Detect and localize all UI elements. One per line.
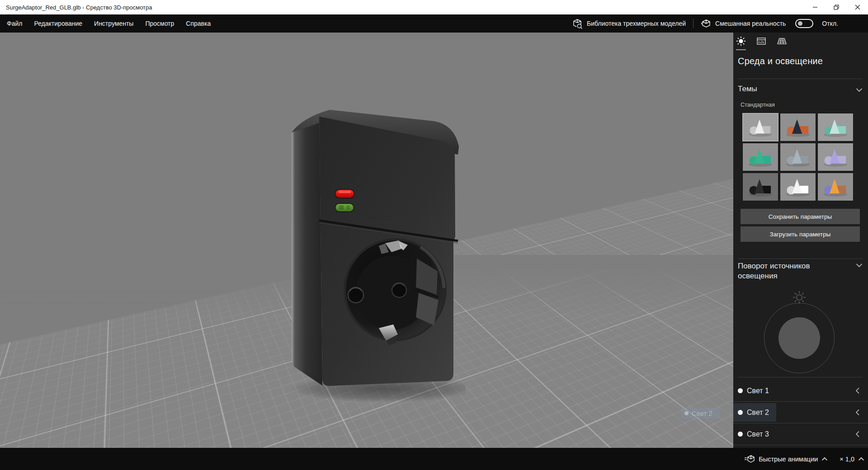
- theme-preview-icon: [743, 143, 778, 171]
- window-controls: [804, 0, 868, 14]
- mixed-reality-label: Смешанная реальность: [715, 20, 786, 27]
- themes-label: Темы: [738, 84, 757, 94]
- led-red: [335, 190, 354, 198]
- theme-preview-icon: [780, 173, 816, 201]
- led-green: [335, 204, 354, 212]
- chevron-up-icon: [821, 457, 828, 461]
- model-library-label: Библиотека трехмерных моделей: [587, 20, 686, 27]
- lights-list: Свет 1Свет 2Свет 3: [733, 380, 868, 445]
- theme-preview-icon: [743, 114, 778, 141]
- theme-tile-white[interactable]: [780, 173, 816, 201]
- menu-item-1[interactable]: Файл: [1, 14, 28, 33]
- chevron-down-icon: [856, 88, 863, 92]
- light-bullet-icon: [738, 432, 743, 437]
- chevron-left-icon[interactable]: [855, 431, 860, 437]
- light-label: Свет 3: [747, 430, 769, 438]
- theme-preview-icon: [818, 173, 853, 201]
- menu-item-3[interactable]: Инструменты: [88, 14, 139, 33]
- separator: [738, 79, 863, 79]
- theme-preview-icon: [743, 173, 778, 201]
- light-bullet-icon: [738, 388, 743, 393]
- menu-bar: ФайлРедактированиеИнструментыПросмотрСпр…: [0, 14, 868, 33]
- grid-floor-icon: [777, 36, 787, 46]
- light-label: Свет 2: [747, 409, 769, 417]
- animation-cube-icon: [744, 455, 755, 464]
- model-surge-adaptor: [285, 105, 466, 403]
- themes-group-label: Стандартная: [741, 102, 775, 108]
- theme-tile-standard[interactable]: [742, 113, 778, 141]
- theme-tile-green[interactable]: [742, 143, 778, 171]
- cube-library-icon: [572, 19, 583, 29]
- themes-section-header[interactable]: Темы: [738, 84, 863, 94]
- menu-item-4[interactable]: Просмотр: [139, 14, 180, 33]
- animation-speed-control[interactable]: × 1,0: [840, 456, 864, 463]
- model-library-button[interactable]: Библиотека трехмерных моделей: [572, 19, 686, 29]
- light-rotation-header[interactable]: Поворот источников освещения: [738, 261, 863, 281]
- quick-animations-label: Быстрые анимации: [759, 456, 818, 463]
- title-bar: SurgeAdaptor_Red_GLB.glb - Средство 3D-п…: [0, 0, 868, 14]
- close-button[interactable]: [847, 0, 868, 14]
- theme-tile-orange-navy[interactable]: [780, 113, 816, 141]
- ghost-label: Свет 2: [692, 409, 712, 417]
- mixed-reality-control: Смешанная реальность Откл.: [701, 19, 838, 29]
- separator: [738, 377, 863, 377]
- quick-animations-control[interactable]: Быстрые анимации: [744, 455, 828, 464]
- load-settings-button[interactable]: Загрузить параметры: [741, 226, 860, 242]
- chevron-down-icon: [856, 263, 863, 268]
- menu-item-2[interactable]: Редактирование: [28, 14, 88, 33]
- sun-icon: [736, 36, 746, 46]
- minimize-button[interactable]: [804, 0, 826, 14]
- light-bullet-icon: [738, 410, 743, 415]
- theme-tile-gray-blue[interactable]: [780, 143, 816, 171]
- menu-right: Библиотека трехмерных моделей Смешанная …: [572, 19, 868, 29]
- restore-button[interactable]: [826, 0, 847, 14]
- bottom-bar: Быстрые анимации × 1,0: [0, 448, 868, 470]
- light-label: Свет 1: [747, 387, 769, 395]
- light-rotation-label: Поворот источников освещения: [738, 261, 824, 281]
- toggle-knob: [798, 21, 802, 26]
- ghost-bullet-icon: [684, 411, 689, 415]
- light-item-2[interactable]: Свет 2: [733, 402, 868, 423]
- theme-preview-icon: [818, 143, 853, 171]
- menu-items: ФайлРедактированиеИнструментыПросмотрСпр…: [0, 14, 217, 33]
- mixed-reality-icon: [701, 19, 711, 29]
- tab-underline: [736, 49, 746, 50]
- mixed-reality-state: Откл.: [822, 20, 838, 27]
- theme-tile-black[interactable]: [742, 173, 778, 201]
- panel-title: Среда и освещение: [738, 56, 823, 66]
- theme-tile-mint[interactable]: [817, 113, 854, 141]
- tab-environment-lighting[interactable]: [736, 36, 746, 52]
- save-settings-button[interactable]: Сохранить параметры: [741, 209, 860, 224]
- light-item-3[interactable]: Свет 3: [733, 423, 868, 445]
- animation-speed-value: × 1,0: [840, 456, 854, 463]
- theme-tile-lavender[interactable]: [817, 143, 854, 171]
- theme-preview-icon: [780, 113, 816, 141]
- chevron-left-icon[interactable]: [855, 409, 860, 416]
- light-item-1[interactable]: Свет 1: [733, 380, 868, 402]
- tab-grid[interactable]: [777, 36, 787, 52]
- menu-item-5[interactable]: Справка: [180, 14, 217, 33]
- theme-tile-multicolor[interactable]: [817, 173, 854, 201]
- window-title: SurgeAdaptor_Red_GLB.glb - Средство 3D-п…: [0, 4, 804, 11]
- close-icon: [855, 5, 860, 10]
- separator: [738, 258, 863, 259]
- theme-preview-icon: [780, 143, 816, 171]
- theme-grid: [742, 113, 854, 201]
- panel-tabs: [736, 36, 787, 52]
- tab-stats[interactable]: [756, 36, 766, 52]
- stats-panel-icon: [756, 36, 766, 46]
- fading-light-tooltip: Свет 2: [681, 408, 720, 418]
- restore-icon: [834, 5, 839, 10]
- minimize-icon: [812, 5, 818, 10]
- theme-preview-icon: [818, 113, 853, 141]
- chevron-up-icon: [858, 457, 864, 461]
- light-rotation-knob[interactable]: [778, 317, 820, 359]
- environment-panel: Среда и освещение Темы Стандартная Сохра…: [733, 33, 868, 448]
- 3d-viewport[interactable]: Свет 2: [0, 33, 733, 448]
- chevron-left-icon[interactable]: [855, 387, 860, 394]
- menu-separator: [693, 19, 693, 28]
- mixed-reality-toggle[interactable]: [795, 19, 813, 28]
